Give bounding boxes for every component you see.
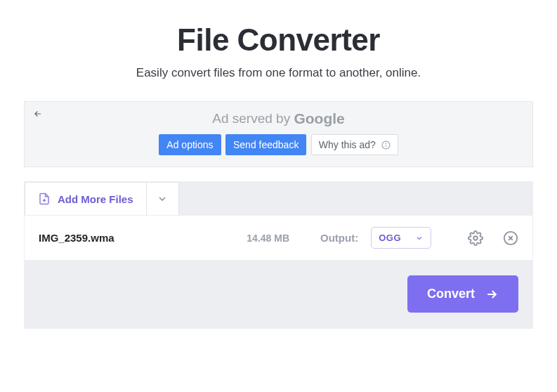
svg-point-5 [473,236,478,240]
ad-container: Ad served by Google Ad options Send feed… [24,101,533,167]
output-format-value: OGG [379,233,401,243]
info-icon [381,141,391,150]
arrow-right-icon [485,287,499,301]
ad-served-by: Ad served by Google [36,110,521,127]
converter-panel: Add More Files IMG_2359.wma 14.48 MB Out… [24,181,533,329]
ad-back-icon[interactable] [33,109,43,119]
file-name: IMG_2359.wma [39,232,237,244]
add-files-dropdown[interactable] [147,182,179,215]
output-label: Output: [320,232,358,244]
chevron-down-icon [157,193,168,204]
gear-icon [468,230,483,246]
convert-button[interactable]: Convert [407,275,518,313]
ad-why-button[interactable]: Why this ad? [311,134,398,155]
close-circle-icon [503,230,518,246]
svg-point-2 [386,143,386,144]
ad-feedback-button[interactable]: Send feedback [225,134,306,155]
ad-options-button[interactable]: Ad options [159,134,221,155]
output-format-select[interactable]: OGG [371,227,431,249]
page-subtitle: Easily convert files from one format to … [14,66,543,80]
add-files-button[interactable]: Add More Files [25,182,147,215]
page-title: File Converter [14,22,543,58]
file-size: 14.48 MB [247,233,289,244]
remove-file-button[interactable] [503,230,518,246]
settings-button[interactable] [468,230,483,246]
convert-label: Convert [427,287,475,301]
add-file-icon [38,192,51,205]
file-row: IMG_2359.wma 14.48 MB Output: OGG [25,215,532,260]
add-files-label: Add More Files [58,193,133,205]
chevron-down-icon [415,234,424,242]
